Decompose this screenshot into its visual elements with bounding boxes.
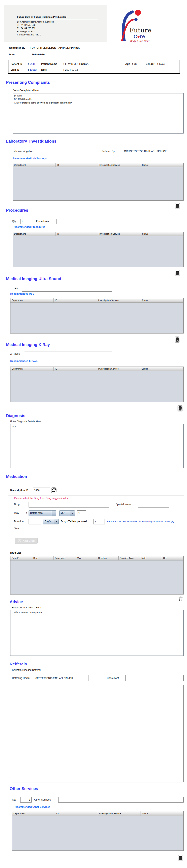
colon: :: [28, 68, 29, 71]
lab-table-body[interactable]: [13, 167, 183, 200]
per-meal-input[interactable]: [94, 519, 105, 524]
table-header: Department ID Investigation/Service Stat…: [10, 367, 183, 371]
decimal-hint-text: Please add as decimal numbers when addin…: [107, 520, 184, 523]
consulted-by-label: Consulted By: [9, 46, 25, 49]
logo-wordmark-future: Future: [129, 27, 152, 34]
consult-date-colon: :: [30, 53, 31, 56]
clear-drug-list-button[interactable]: [178, 596, 183, 602]
prescription-id-label: Prescription ID :: [10, 489, 30, 492]
total-label: Total: [14, 527, 19, 530]
referrals-title: Refferals: [10, 662, 27, 666]
column-header-investigation: Investigation/Service: [98, 163, 141, 167]
column-header-department: Department: [13, 163, 55, 167]
presenting-complaints-title: Presenting Complaints: [6, 80, 50, 85]
column-header-status: Status: [140, 298, 183, 303]
uss-input[interactable]: [22, 286, 112, 291]
drug-list-label: Drug List: [10, 551, 21, 554]
drug-input[interactable]: [29, 502, 109, 507]
recommended-uss-link[interactable]: Recommended USS: [10, 292, 34, 295]
procedures-table-body[interactable]: [13, 236, 183, 267]
trash-icon: [176, 271, 179, 275]
colon: :: [63, 68, 64, 71]
recommended-lab-testings-link[interactable]: Recommended Lab Testings: [13, 157, 47, 160]
recommended-xray-link[interactable]: Recommended X-Rays: [10, 360, 37, 363]
clear-other-services-table-button[interactable]: [178, 855, 183, 861]
column-header-frequency: Fequency: [54, 556, 75, 560]
uss-table-body[interactable]: [10, 303, 183, 333]
recommended-procedures-link[interactable]: Recommended Procedures: [13, 225, 45, 228]
add-drug-button[interactable]: + Add Drug: [15, 538, 38, 544]
chevron-down-icon: ▼: [52, 510, 56, 516]
trash-icon: [178, 406, 182, 411]
procedures-input[interactable]: [56, 219, 183, 224]
drug-list-table-body[interactable]: [10, 560, 183, 594]
referring-doctor-input[interactable]: [34, 675, 88, 681]
logo-wordmark-care: C♥re: [134, 34, 145, 39]
column-header-note: Note: [140, 556, 162, 560]
colon: :: [26, 503, 27, 506]
column-header-investigation: Investigation/Service: [97, 298, 140, 303]
xray-input[interactable]: [24, 351, 112, 357]
visit-date-label: Date: [41, 68, 47, 71]
lab-investigation-input[interactable]: [43, 149, 88, 154]
consult-date-value: 2024-03-16: [32, 53, 45, 56]
clear-lab-table-button[interactable]: [175, 203, 180, 209]
other-services-qty-input[interactable]: [20, 797, 32, 803]
duration-label: Duration :: [14, 520, 25, 523]
column-header-status: Status: [141, 232, 183, 236]
meal-timing-dropdown[interactable]: Before Meal ▼: [29, 510, 56, 516]
uss-label: USS :: [13, 287, 19, 290]
column-header-drug: Drug: [32, 556, 54, 560]
heart-icon: ♥: [137, 35, 140, 39]
visit-id-value: 11663: [30, 68, 37, 71]
column-header-department: Department: [10, 298, 54, 303]
duration-input[interactable]: [29, 519, 41, 524]
clear-procedures-table-button[interactable]: [175, 270, 180, 276]
company-title: Future Care by Future Holdings (Pty) Lim…: [17, 16, 66, 18]
column-header-id: ID: [54, 298, 97, 303]
diagnosis-label: Enter Diagnosis Details Here: [10, 420, 41, 423]
consulted-by-colon: :: [30, 46, 31, 49]
column-header-department: Department: [10, 367, 54, 371]
colon: :: [157, 63, 158, 65]
other-services-table: Department ID Investigation / Service St…: [12, 811, 184, 851]
drug-label: Drug: [14, 503, 20, 506]
prescription-id-input[interactable]: [33, 488, 50, 493]
age-value: 37: [134, 63, 137, 65]
frequency-dropdown[interactable]: OD ▼: [59, 510, 75, 516]
advice-textarea[interactable]: continue current management: [10, 610, 184, 656]
drug-warning-text: Please select the Drug from Drug suggess…: [14, 497, 68, 500]
xray-table-body[interactable]: [10, 371, 183, 402]
recommended-other-services-link[interactable]: Recommended Other Services: [14, 806, 50, 808]
clear-xray-table-button[interactable]: [178, 405, 183, 411]
consult-date-label: Date: [9, 53, 14, 56]
duration-type-dropdown[interactable]: Day/s ▼: [43, 519, 59, 524]
way-label: Way: [14, 512, 19, 514]
uss-title: Medical Imaging Ultra Sound: [6, 277, 61, 281]
complaints-textarea[interactable]: pt seen BP 135/83 mmHg Xray of thoracic …: [13, 93, 184, 133]
chevron-down-icon: ▼: [70, 510, 75, 516]
lab-results-table: Department ID Investigation/Service Stat…: [13, 163, 184, 200]
company-number: Company No.8417652-2: [17, 33, 41, 36]
column-header-department: Department: [13, 232, 55, 236]
trash-outline-icon: [178, 596, 183, 602]
procedures-qty-input[interactable]: [20, 219, 31, 224]
column-header-status: Status: [140, 367, 183, 371]
way-qty-input[interactable]: [77, 510, 86, 516]
lab-investigation-label: Lab Investingation :: [13, 150, 34, 153]
company-address: Le Chainter,Victoria,Mahe,Seychelles: [17, 20, 54, 23]
other-services-table-body[interactable]: [12, 816, 183, 850]
column-header-qty: Qty: [162, 556, 183, 560]
gender-value: Male: [159, 63, 165, 65]
referrals-listbox[interactable]: [12, 685, 184, 782]
special-notes-input[interactable]: [138, 502, 169, 507]
diagnosis-textarea[interactable]: ISQ: [10, 424, 184, 468]
other-services-input[interactable]: [58, 797, 184, 803]
visit-id-label: Visit ID: [11, 68, 19, 71]
uss-table: Department ID Investigation/Service Stat…: [10, 298, 184, 334]
refresh-prescription-button[interactable]: [51, 487, 57, 493]
logo-panel: Future C♥re Body Mind Soul: [107, 5, 164, 42]
clear-uss-table-button[interactable]: [175, 337, 180, 343]
colon: :: [26, 527, 27, 530]
consultant-input[interactable]: [125, 675, 184, 681]
